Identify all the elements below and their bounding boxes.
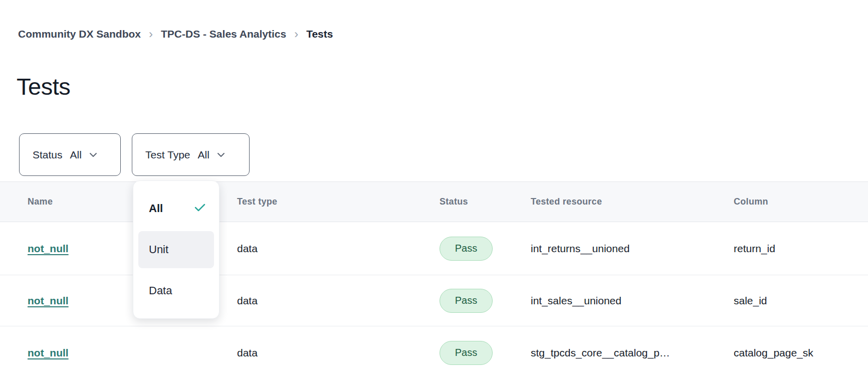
- table-header: Name Test type Status Tested resource Co…: [0, 181, 868, 222]
- column-cell: sale_id: [734, 275, 767, 326]
- test-type-filter-button[interactable]: Test Type All: [132, 133, 250, 176]
- check-icon: [194, 202, 206, 215]
- breadcrumb-separator-icon: ›: [293, 28, 299, 40]
- tested-resource-cell: int_sales__unioned: [531, 275, 621, 326]
- status-filter-button[interactable]: Status All: [19, 133, 121, 176]
- test-type-dropdown-menu: All Unit Data: [133, 180, 220, 319]
- column-header-tested-resource: Tested resource: [531, 182, 602, 222]
- column-header-column: Column: [734, 182, 768, 222]
- status-badge: Pass: [440, 289, 493, 313]
- dropdown-item-data[interactable]: Data: [138, 272, 214, 309]
- column-header-status: Status: [440, 182, 468, 222]
- status-badge: Pass: [440, 341, 493, 365]
- breadcrumb-item-workspace[interactable]: TPC-DS - Sales Analytics: [161, 28, 286, 40]
- tested-resource-cell: stg_tpcds_core__catalog_p…: [531, 326, 670, 379]
- test-name-link[interactable]: not_null: [28, 347, 69, 359]
- table-row: not_null data Pass int_sales__unioned sa…: [0, 275, 868, 326]
- column-header-test-type: Test type: [237, 182, 277, 222]
- column-cell: catalog_page_sk: [734, 326, 813, 379]
- tested-resource-cell: int_returns__unioned: [531, 222, 629, 275]
- test-type-filter-value: All: [198, 149, 209, 161]
- test-name-link[interactable]: not_null: [28, 295, 69, 307]
- breadcrumb-item-tests: Tests: [306, 28, 333, 40]
- dropdown-item-unit[interactable]: Unit: [138, 231, 214, 269]
- breadcrumb: Community DX Sandbox › TPC-DS - Sales An…: [18, 28, 333, 40]
- column-header-name: Name: [28, 182, 53, 222]
- dropdown-item-label: Data: [149, 284, 172, 297]
- table-row: not_null data Pass stg_tpcds_core__catal…: [0, 326, 868, 379]
- table-row: not_null data Pass int_returns__unioned …: [0, 222, 868, 275]
- test-name-link[interactable]: not_null: [28, 243, 69, 255]
- test-type-cell: data: [237, 222, 258, 275]
- test-type-filter-label: Test Type: [145, 149, 190, 161]
- status-filter-label: Status: [33, 149, 63, 161]
- dropdown-item-label: Unit: [149, 243, 168, 256]
- breadcrumb-item-project[interactable]: Community DX Sandbox: [18, 28, 141, 40]
- chevron-down-icon: [216, 152, 226, 158]
- test-type-cell: data: [237, 326, 258, 379]
- chevron-down-icon: [89, 152, 98, 158]
- breadcrumb-separator-icon: ›: [148, 28, 154, 40]
- status-filter-value: All: [70, 149, 82, 161]
- tests-page: Community DX Sandbox › TPC-DS - Sales An…: [0, 0, 868, 379]
- dropdown-item-label: All: [149, 202, 163, 215]
- status-badge: Pass: [440, 237, 493, 261]
- test-type-cell: data: [237, 275, 258, 326]
- column-cell: return_id: [734, 222, 775, 275]
- page-title: Tests: [17, 73, 70, 100]
- dropdown-item-all[interactable]: All: [138, 190, 214, 228]
